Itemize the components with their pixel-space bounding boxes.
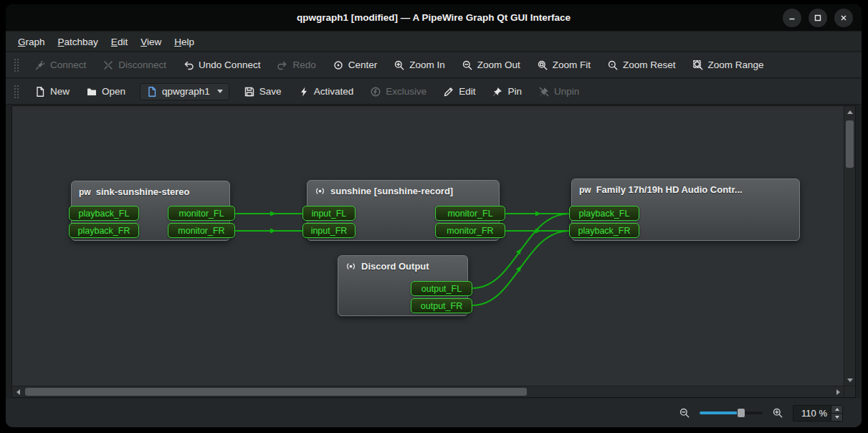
menubar: Graph Patchbay Edit View Help [6,32,862,52]
window-title: qpwgraph1 [modified] — A PipeWire Graph … [297,12,571,23]
open-patchbay-button[interactable]: Open [80,82,131,101]
menu-help[interactable]: Help [168,34,201,49]
maximize-icon [813,13,823,23]
port-family-playback-fr[interactable]: playback_FR [569,223,639,238]
activated-toggle-button[interactable]: Activated [292,82,360,101]
toolbar-drag-handle-2[interactable] [14,85,19,99]
scrollbar-corner [844,386,855,397]
arrow-down-icon [847,379,853,382]
new-file-icon [34,86,46,97]
center-button[interactable]: Center [327,56,383,75]
pin-button[interactable]: Pin [486,82,528,101]
close-button[interactable] [834,9,853,27]
redo-arrow-icon [277,60,288,71]
unpin-button: Unpin [533,82,585,101]
vertical-scroll-handle[interactable] [846,120,854,168]
save-label: Save [259,86,282,97]
pipewire-icon: pw [79,187,91,197]
new-patchbay-button[interactable]: New [29,82,75,101]
port-sunshine-monitor-fr[interactable]: monitor_FR [435,223,505,238]
scroll-up-button[interactable] [844,106,856,118]
scroll-down-button[interactable] [844,374,856,386]
zoom-decrement-button[interactable] [831,414,842,421]
undo-connect-button[interactable]: Undo Connect [177,56,266,75]
maximize-button[interactable] [809,9,827,27]
arrow-left-icon [16,389,20,395]
spin-buttons [831,406,842,421]
minimize-button[interactable] [783,9,801,27]
port-sink-monitor-fr[interactable]: monitor_FR [168,223,235,238]
zoom-value[interactable]: 110 % [793,406,831,421]
port-sunshine-monitor-fl[interactable]: monitor_FL [435,206,505,221]
wire-arrow [270,211,276,217]
port-family-playback-fl[interactable]: playback_FL [569,206,639,221]
graph-canvas[interactable]: pw sink-sunshine-stereo playback_FL play… [12,106,844,386]
menu-edit[interactable]: Edit [105,34,134,49]
record-icon [345,261,356,272]
zoom-slider-handle[interactable] [737,408,745,418]
zoom-in-button[interactable]: Zoom In [388,56,451,75]
zoom-in-label: Zoom In [409,60,445,70]
exclusive-label: Exclusive [386,86,426,97]
wire-arrow [535,211,541,217]
zoom-fit-button[interactable]: Zoom Fit [531,56,596,75]
port-discord-output-fr[interactable]: output_FR [411,298,472,313]
zoom-out-icon [462,60,473,71]
port-sunshine-input-fl[interactable]: input_FL [302,206,356,221]
exclusive-circle-f-icon [370,86,381,97]
menu-patchbay[interactable]: Patchbay [52,34,105,49]
zoom-slider[interactable] [700,407,763,419]
node-title: sunshine [sunshine-record] [330,186,453,196]
undo-arrow-icon [183,60,194,71]
patchbay-toolbar: New Open qpwgraph1 Save Activated Exclus… [6,79,862,105]
toolbar-drag-handle[interactable] [14,58,19,72]
plug-connect-icon [34,60,46,71]
vertical-scroll-track[interactable] [844,118,855,374]
menu-graph[interactable]: Graph [11,34,52,49]
edit-toggle-button[interactable]: Edit [437,82,481,101]
horizontal-scroll-track[interactable] [24,386,832,397]
zoom-increment-button[interactable] [831,406,842,414]
menu-view[interactable]: View [134,34,168,49]
plug-disconnect-icon [102,60,114,71]
zoom-reset-button[interactable]: Zoom Reset [601,56,682,75]
patchbay-file-icon [146,86,158,97]
titlebar[interactable]: qpwgraph1 [modified] — A PipeWire Graph … [6,4,862,32]
unpin-icon [538,86,550,97]
node-title-bar: sunshine [sunshine-record] [307,181,499,201]
pencil-edit-icon [443,86,454,97]
lightning-bolt-icon [298,86,310,97]
disconnect-button: Disconnect [97,56,172,75]
node-title: sink-sunshine-stereo [96,186,190,197]
port-sink-playback-fl[interactable]: playback_FL [69,206,139,221]
scroll-left-button[interactable] [12,386,24,398]
pin-icon [492,86,503,97]
window-controls [783,9,853,27]
port-discord-output-fl[interactable]: output_FL [411,281,472,296]
zoom-reset-label: Zoom Reset [623,60,676,70]
zoom-fit-label: Zoom Fit [553,60,591,70]
zoom-spinbox[interactable]: 110 % [793,405,843,422]
statusbar: 110 % [6,399,862,427]
scroll-right-button[interactable] [832,386,844,398]
port-sunshine-input-fr[interactable]: input_FR [302,223,356,238]
connect-label: Connect [50,60,86,70]
status-zoom-in-icon[interactable] [772,407,783,419]
patchbay-select-value: qpwgraph1 [162,86,210,97]
node-title-bar: Discord Output [338,256,467,277]
port-sink-monitor-fl[interactable]: monitor_FL [168,206,235,221]
port-sink-playback-fr[interactable]: playback_FR [69,223,139,238]
save-patchbay-button[interactable]: Save [238,82,287,101]
vertical-scrollbar[interactable] [844,106,855,386]
arrow-down-icon [835,416,839,419]
close-icon [839,13,849,23]
zoom-fit-icon [537,60,548,71]
activated-label: Activated [314,86,354,97]
zoom-out-button[interactable]: Zoom Out [456,56,526,75]
horizontal-scrollbar[interactable] [12,386,844,397]
patchbay-select[interactable]: qpwgraph1 [140,83,229,100]
zoom-range-button[interactable]: Zoom Range [687,56,770,75]
status-zoom-out-icon[interactable] [679,407,690,419]
node-title: Discord Output [361,261,429,272]
horizontal-scroll-handle[interactable] [25,388,527,396]
